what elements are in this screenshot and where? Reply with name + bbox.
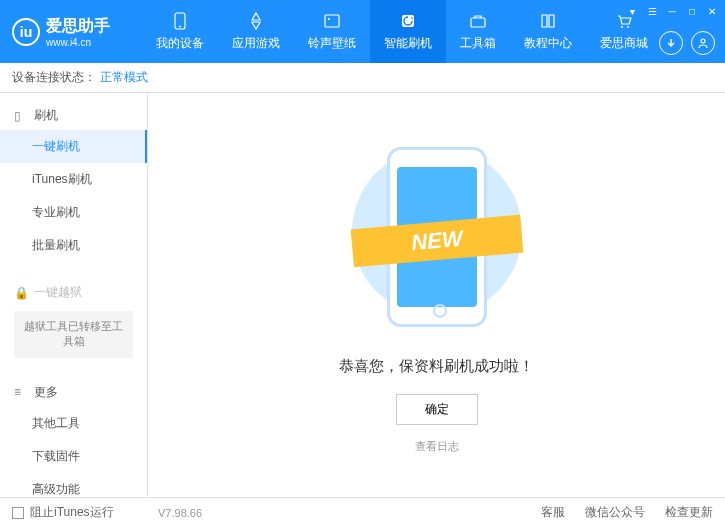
status-bar: 设备连接状态： 正常模式 [0, 63, 725, 93]
svg-point-1 [179, 26, 181, 28]
logo-icon: iu [12, 18, 40, 46]
app-title: 爱思助手 [46, 16, 110, 37]
toolbox-icon [468, 11, 488, 31]
refresh-icon [398, 11, 418, 31]
nav-toolbox[interactable]: 工具箱 [446, 0, 510, 63]
user-icon[interactable] [691, 31, 715, 55]
sidebar-group-more[interactable]: ≡更多 [0, 378, 147, 407]
minimize-icon[interactable]: ─ [663, 4, 681, 18]
settings-icon[interactable]: ☰ [643, 4, 661, 18]
sidebar-item-advanced[interactable]: 高级功能 [0, 473, 147, 497]
sidebar-item-other[interactable]: 其他工具 [0, 407, 147, 440]
lock-icon: 🔒 [14, 286, 28, 300]
checkbox-icon[interactable] [12, 507, 24, 519]
svg-point-6 [621, 26, 623, 28]
sidebar-item-oneclick[interactable]: 一键刷机 [0, 130, 147, 163]
apps-icon [246, 11, 266, 31]
ok-button[interactable]: 确定 [396, 394, 478, 425]
sidebar-group-jailbreak: 🔒一键越狱 [0, 278, 147, 307]
success-message: 恭喜您，保资料刷机成功啦！ [339, 357, 534, 376]
svg-point-7 [627, 26, 629, 28]
nav-my-device[interactable]: 我的设备 [142, 0, 218, 63]
block-itunes-label[interactable]: 阻止iTunes运行 [30, 504, 114, 521]
more-icon: ≡ [14, 385, 28, 399]
menu-icon[interactable]: ▾ [623, 4, 641, 18]
sidebar-item-pro[interactable]: 专业刷机 [0, 196, 147, 229]
window-controls: ▾ ☰ ─ □ ✕ [623, 4, 721, 18]
nav-flash[interactable]: 智能刷机 [370, 0, 446, 63]
version-label: V7.98.66 [158, 507, 202, 519]
footer-update[interactable]: 检查更新 [665, 504, 713, 521]
nav-ringtones[interactable]: 铃声壁纸 [294, 0, 370, 63]
phone-small-icon: ▯ [14, 109, 28, 123]
app-header: iu 爱思助手 www.i4.cn 我的设备 应用游戏 铃声壁纸 智能刷机 工具… [0, 0, 725, 63]
logo-area: iu 爱思助手 www.i4.cn [0, 16, 122, 48]
footer: 阻止iTunes运行 V7.98.66 客服 微信公众号 检查更新 [0, 497, 725, 527]
nav-tutorial[interactable]: 教程中心 [510, 0, 586, 63]
sidebar-item-itunes[interactable]: iTunes刷机 [0, 163, 147, 196]
app-url: www.i4.cn [46, 37, 110, 48]
success-illustration: NEW [362, 137, 512, 337]
download-icon[interactable] [659, 31, 683, 55]
svg-point-3 [328, 18, 330, 20]
sidebar: ▯刷机 一键刷机 iTunes刷机 专业刷机 批量刷机 🔒一键越狱 越狱工具已转… [0, 93, 148, 497]
nav-apps[interactable]: 应用游戏 [218, 0, 294, 63]
top-navigation: 我的设备 应用游戏 铃声壁纸 智能刷机 工具箱 教程中心 爱思商城 [142, 0, 662, 63]
book-icon [538, 11, 558, 31]
main-content: NEW 恭喜您，保资料刷机成功啦！ 确定 查看日志 [148, 93, 725, 497]
phone-icon [170, 11, 190, 31]
view-log-link[interactable]: 查看日志 [415, 439, 459, 454]
close-icon[interactable]: ✕ [703, 4, 721, 18]
sidebar-item-download[interactable]: 下载固件 [0, 440, 147, 473]
sidebar-item-batch[interactable]: 批量刷机 [0, 229, 147, 262]
image-icon [322, 11, 342, 31]
maximize-icon[interactable]: □ [683, 4, 701, 18]
footer-support[interactable]: 客服 [541, 504, 565, 521]
footer-wechat[interactable]: 微信公众号 [585, 504, 645, 521]
status-label: 设备连接状态： [12, 69, 96, 86]
sidebar-group-flash[interactable]: ▯刷机 [0, 101, 147, 130]
svg-rect-2 [325, 15, 339, 27]
svg-rect-5 [471, 18, 485, 27]
jailbreak-note: 越狱工具已转移至工具箱 [14, 311, 133, 358]
status-value: 正常模式 [100, 69, 148, 86]
svg-point-8 [701, 39, 705, 43]
